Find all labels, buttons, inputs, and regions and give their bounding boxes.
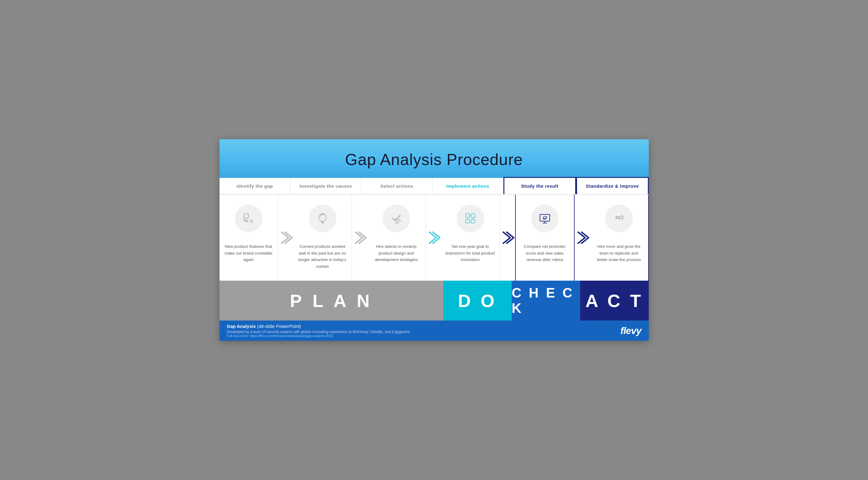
svg-rect-10 [471,214,475,217]
step-identify: New product features that make our brand… [220,195,278,281]
footer: Gap Analysis (46-slide PowerPoint) Devel… [220,321,649,341]
content-section: New product features that make our brand… [220,195,649,281]
svg-rect-0 [244,214,248,218]
standardize-icon [612,211,626,226]
step-study: Compare net promoter score and new sales… [515,195,575,281]
act-label: A C T [585,291,643,311]
implement-text: Set one-year goal to brainstorm for tota… [445,243,495,263]
footer-subtitle: (46-slide PowerPoint) [257,324,301,329]
step-standardize: Hire more and grow the team to replicate… [590,195,649,281]
col-header-implement: Implement actions [433,178,504,194]
icon-investigate-circle [309,205,336,232]
svg-rect-9 [466,214,469,217]
check-label-box: C H E C K [512,281,580,321]
standardize-text: Hire more and grow the team to replicate… [594,243,644,263]
svg-rect-1 [244,219,246,221]
chevron-3-icon [426,230,441,245]
col-header-identify: Identify the gap [220,178,291,194]
chevron-4-icon [500,230,515,245]
chevron-2-icon [352,230,367,245]
select-text: Hire talents to revamp product design an… [372,243,421,263]
study-text: Compare net promoter score and new sales… [520,243,570,263]
investigate-text: Current products worked well in the past… [298,243,347,270]
slide-title: Gap Analysis Procedure [232,150,637,169]
identify-icon [242,211,256,226]
icon-study-circle [531,205,559,232]
footer-link[interactable]: Full document: https://flevy.com/browse/… [227,334,410,338]
svg-rect-11 [466,219,469,223]
arrow-1 [278,195,293,281]
arrow-5 [575,195,590,281]
icon-implement-circle [457,205,484,232]
study-icon [538,211,552,226]
step-investigate: Current products worked well in the past… [293,195,352,281]
chevron-1-icon [278,230,293,245]
act-label-box: A C T [580,281,648,321]
plan-label: P L A N [290,291,373,311]
step-select: Hire talents to revamp product design an… [367,195,426,281]
svg-point-2 [250,220,253,222]
arrow-2 [352,195,367,281]
arrow-4 [500,195,515,281]
icon-select-circle [383,205,410,232]
svg-rect-12 [471,219,475,223]
check-label: C H E C K [512,285,580,316]
header-section: Gap Analysis Procedure [220,139,649,178]
footer-logo: flevy [621,325,642,336]
col-header-investigate: Investigate the causes [290,178,362,194]
select-icon [390,211,403,226]
identify-text: New product features that make our brand… [224,243,274,263]
col-header-study: Study the result [503,177,576,194]
implement-icon [463,211,477,226]
bottom-labels: P L A N D O C H E C K A C T [220,281,649,321]
do-label-box: D O [443,281,512,321]
footer-product-name: Gap Analysis [227,324,256,329]
col-header-select: Select actions [362,178,433,194]
svg-rect-17 [540,214,550,221]
footer-description: Developed by a team of security experts … [227,330,410,334]
slide: Gap Analysis Procedure Identify the gap … [220,139,649,341]
arrow-3 [426,195,441,281]
col-header-standardize: Standardize & improve [576,177,649,194]
column-headers: Identify the gap Investigate the causes … [220,178,649,195]
chevron-5-icon [575,230,590,245]
footer-title-line: Gap Analysis (46-slide PowerPoint) [227,324,410,329]
investigate-icon [315,211,330,226]
icon-standardize-circle [605,205,633,232]
step-implement: Set one-year goal to brainstorm for tota… [441,195,500,281]
do-label: D O [458,291,497,311]
plan-label-box: P L A N [220,281,443,321]
footer-left: Gap Analysis (46-slide PowerPoint) Devel… [227,324,410,338]
icon-identify-circle [235,205,262,232]
